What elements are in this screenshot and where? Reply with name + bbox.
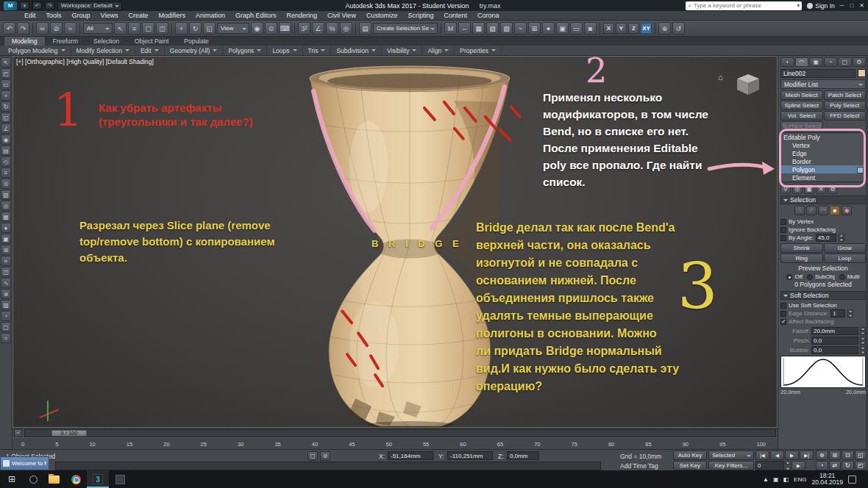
ribbon-section-align[interactable]: Align: [422, 46, 455, 55]
timeline-tick-50[interactable]: 50: [386, 441, 392, 448]
ribbon-tab-modeling[interactable]: Modeling: [4, 37, 45, 46]
menu-item-civil-view[interactable]: Civil View: [322, 11, 361, 20]
timeline-tick-65[interactable]: 65: [497, 441, 503, 448]
taskbar-app-file-explorer[interactable]: [43, 470, 65, 488]
stack-item-edge[interactable]: Edge: [781, 149, 865, 157]
timeline-tick-95[interactable]: 95: [719, 441, 725, 448]
timeline-tick-100[interactable]: 100: [756, 441, 766, 448]
toolbar-mirror-icon[interactable]: M: [444, 22, 457, 35]
search-input[interactable]: [694, 2, 795, 9]
timeline-tick-25[interactable]: 25: [201, 441, 207, 448]
toolbar-snaps-toggle-icon[interactable]: 3²: [298, 22, 310, 35]
orbit-button[interactable]: ↻: [842, 461, 854, 470]
modifier-button-poly-select[interactable]: Poly Select: [824, 101, 867, 110]
spinner-icon[interactable]: ▲▼: [847, 309, 853, 317]
affect-backfacing-checkbox[interactable]: Affect Backfacing: [780, 317, 866, 326]
maximize-viewport-toggle-button[interactable]: ◰: [855, 461, 867, 470]
modifier-button-spline-select[interactable]: Spline Select: [780, 101, 823, 110]
menu-item-customize[interactable]: Customize: [361, 11, 403, 20]
spinner-icon[interactable]: ▲▼: [860, 327, 866, 335]
left-toolbar-icon[interactable]: ●: [1, 223, 11, 233]
ribbon-section-visibility[interactable]: Visibility: [382, 46, 423, 55]
spinner-icon[interactable]: ▲▼: [860, 346, 866, 354]
left-toolbar-icon[interactable]: ¤: [1, 256, 11, 266]
save-icon[interactable]: ▾: [20, 1, 29, 10]
axis-constraint-z[interactable]: Z: [628, 23, 639, 34]
by-angle-checkbox[interactable]: By Angle: 45,0 ▲▼: [780, 234, 866, 242]
spinner-icon[interactable]: ▲▼: [860, 337, 866, 345]
zoom-button[interactable]: ⊕: [816, 451, 828, 460]
ribbon-section-polygon-modeling[interactable]: Polygon Modeling: [3, 46, 71, 55]
viewport-label[interactable]: [+] [Orthographic] [High Quality] [Defau…: [16, 58, 154, 65]
left-toolbar-icon[interactable]: ▢: [1, 322, 11, 332]
toolbar-window-crossing-toggle-icon[interactable]: ◫: [156, 22, 168, 35]
timeline-tick-90[interactable]: 90: [683, 441, 689, 448]
toolbar-select-and-move-icon[interactable]: +: [175, 22, 188, 35]
edge-distance-checkbox[interactable]: Edge Distance: 1 ▲▼: [780, 309, 866, 317]
track-bar[interactable]: 0510152025303540455055606570758085909510…: [13, 437, 778, 449]
auto-key-button[interactable]: Auto Key: [673, 451, 707, 460]
stack-item-element[interactable]: Element: [781, 173, 865, 182]
timeline-tick-40[interactable]: 40: [312, 441, 318, 448]
modifier-button-mesh-select[interactable]: Mesh Select: [780, 90, 823, 100]
set-key-button[interactable]: Set Key: [673, 461, 707, 470]
left-toolbar-icon[interactable]: ▧: [1, 190, 11, 200]
cortana-search-button[interactable]: [24, 470, 43, 488]
preview-option-multi[interactable]: Multi: [839, 273, 860, 281]
menu-item-edit[interactable]: Edit: [19, 11, 41, 20]
toolbar-selection-filter[interactable]: All: [83, 23, 113, 34]
hidden-icons-expander[interactable]: ▲: [763, 476, 769, 483]
toolbar-toggle-layer-explorer-icon[interactable]: ▧: [486, 22, 499, 35]
create-tab-icon[interactable]: +: [780, 57, 794, 67]
toolbar-reference-coordinate-system[interactable]: View: [217, 23, 249, 34]
modifier-button-ffd-select[interactable]: FFD Select: [824, 111, 867, 121]
selection-rollout-header[interactable]: Selection: [780, 195, 866, 204]
timeline-tick-60[interactable]: 60: [460, 441, 466, 448]
toolbar-undo-icon[interactable]: ↶: [3, 22, 15, 35]
ribbon-section-subdivision[interactable]: Subdivision: [331, 46, 381, 55]
left-toolbar-icon[interactable]: ↻: [1, 101, 11, 112]
modifier-button-vol-select[interactable]: Vol. Select: [780, 111, 823, 121]
current-frame-field[interactable]: 0: [755, 461, 784, 470]
left-toolbar-icon[interactable]: ◫: [1, 267, 11, 277]
minimize-button[interactable]: ─: [840, 2, 844, 9]
menu-item-group[interactable]: Group: [67, 11, 96, 20]
object-name-field[interactable]: Line002: [780, 69, 855, 78]
menu-item-scripting[interactable]: Scripting: [402, 11, 438, 20]
timeline-tick-55[interactable]: 55: [423, 441, 429, 448]
toolbar-use-pivot-point-center-icon[interactable]: ◉: [251, 22, 263, 35]
undo-icon[interactable]: ↶: [32, 1, 42, 10]
action-center-icon[interactable]: [848, 476, 856, 484]
field-of-view-button[interactable]: ◔: [816, 461, 828, 470]
stack-item-polygon[interactable]: Polygon: [781, 165, 865, 173]
pinch-field[interactable]: 0,0: [811, 337, 858, 345]
timeline-tick-20[interactable]: 20: [163, 441, 169, 448]
toolbar-rendered-frame-window-icon[interactable]: ▭: [570, 22, 583, 35]
modifier-button-surface-select[interactable]: Surface Select: [780, 121, 823, 131]
toolbar-select-object-icon[interactable]: ↖: [114, 22, 127, 35]
y-coordinate-field[interactable]: -110,251mm: [447, 451, 493, 460]
timeline-tick-10[interactable]: 10: [89, 441, 95, 448]
pin-stack-icon[interactable]: ∇: [780, 184, 791, 194]
soft-selection-rollout-header[interactable]: Soft Selection: [780, 291, 866, 300]
toolbar-render-setup-icon[interactable]: ▣: [556, 22, 569, 35]
previous-frame-button[interactable]: ◀: [770, 451, 784, 460]
left-toolbar-icon[interactable]: ◎: [1, 201, 11, 211]
object-color-swatch[interactable]: [858, 69, 866, 77]
sign-in-button[interactable]: Sign In: [807, 2, 834, 10]
configure-modifier-sets-icon[interactable]: ⚙: [828, 184, 838, 194]
menu-item-animation[interactable]: Animation: [191, 11, 230, 20]
zoom-extents-button[interactable]: ⊡: [842, 451, 854, 460]
toolbar-material-editor-icon[interactable]: ●: [542, 22, 555, 35]
stack-item-border[interactable]: Border: [781, 157, 865, 165]
bubble-field[interactable]: 0,0: [811, 346, 858, 354]
timeline-tick-35[interactable]: 35: [274, 441, 280, 448]
border-mode-icon[interactable]: ◠: [818, 206, 828, 215]
toolbar-select-and-manipulate-icon[interactable]: ⊙: [265, 22, 277, 35]
welcome-window[interactable]: Welcome to M: [0, 456, 49, 470]
toolbar-graphite-ribbon-toggle-icon[interactable]: ▨: [500, 22, 513, 35]
selection-lock-toggle[interactable]: ⊘: [320, 451, 330, 461]
clock[interactable]: 18:21 20.04.2019: [811, 473, 843, 487]
vertex-mode-icon[interactable]: ∴: [794, 206, 805, 215]
ribbon-tab-populate[interactable]: Populate: [177, 37, 216, 46]
